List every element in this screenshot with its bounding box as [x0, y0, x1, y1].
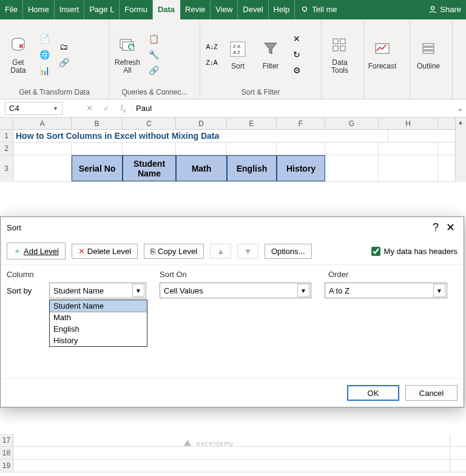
sort-on-combo[interactable]: Cell Values▼ [160, 283, 311, 298]
table-header[interactable]: English [227, 155, 277, 181]
advanced-btn[interactable]: ⚙ [289, 63, 305, 78]
cell[interactable]: How to Sort Columns in Excel without Mix… [13, 130, 388, 142]
from-web-btn[interactable]: 🌐 [36, 47, 52, 62]
data-tools-button[interactable]: Data Tools [325, 35, 354, 75]
formula-expand[interactable]: ⌄ [454, 104, 466, 113]
edit-links-btn[interactable]: 🔗 [146, 63, 161, 78]
col-header[interactable]: D [176, 118, 227, 129]
cell[interactable] [379, 155, 438, 182]
sort-button[interactable]: Z AA Z Sort [223, 38, 252, 70]
select-all-corner[interactable] [0, 118, 13, 129]
cell[interactable] [123, 142, 176, 155]
name-box[interactable]: C4▼ [5, 102, 62, 115]
fx-btn[interactable]: fx [115, 103, 132, 114]
vertical-scrollbar[interactable] [455, 118, 466, 182]
col-header[interactable]: B [72, 118, 123, 129]
tab-page-layout[interactable]: Page L [84, 0, 120, 19]
refresh-all-button[interactable]: Refresh All [113, 35, 142, 75]
row-header[interactable]: 1 [0, 130, 13, 142]
cell[interactable] [13, 142, 72, 155]
tab-help[interactable]: Help [269, 0, 295, 19]
tab-file[interactable]: File [0, 0, 23, 19]
cancel-formula-btn[interactable]: ✕ [81, 104, 98, 113]
col-header[interactable]: F [277, 118, 325, 129]
tell-me[interactable]: Tell me [295, 0, 342, 19]
formula-input[interactable]: Paul [132, 102, 454, 115]
col-header[interactable]: E [227, 118, 277, 129]
cell[interactable] [277, 142, 325, 155]
plus-icon: ＋ [13, 246, 21, 256]
tab-insert[interactable]: Insert [55, 0, 85, 19]
headers-checkbox[interactable] [371, 247, 380, 256]
recent-sources-btn[interactable]: 🗂 [56, 39, 72, 54]
clear-filter-btn[interactable]: ✕ [289, 32, 305, 46]
group-get-transform: Get & Transform Data [4, 87, 105, 98]
options-button[interactable]: Options... [265, 244, 312, 259]
cell[interactable] [72, 142, 123, 155]
share-button[interactable]: Share [423, 0, 466, 19]
tab-home[interactable]: Home [23, 0, 55, 19]
dropdown-option[interactable]: Math [50, 312, 147, 323]
cell[interactable] [176, 142, 227, 155]
cell[interactable] [13, 155, 72, 182]
svg-rect-8 [333, 39, 338, 44]
move-up-button[interactable]: ▲ [210, 244, 231, 259]
existing-conn-btn[interactable]: 🔗 [56, 55, 72, 70]
enter-formula-btn[interactable]: ✓ [98, 104, 115, 113]
svg-rect-11 [340, 46, 345, 51]
table-header[interactable]: History [277, 155, 325, 181]
row-header[interactable]: 2 [0, 142, 13, 155]
cell[interactable] [13, 447, 450, 459]
cell[interactable] [325, 142, 379, 155]
order-combo[interactable]: A to Z▼ [325, 283, 447, 298]
table-header[interactable]: Serial No [72, 155, 123, 181]
cancel-button[interactable]: Cancel [405, 385, 458, 401]
queries-btn[interactable]: 📋 [146, 32, 161, 46]
reapply-btn[interactable]: ↻ [289, 47, 305, 62]
headers-checkbox-wrap[interactable]: My data has headers [371, 247, 458, 256]
dropdown-option[interactable]: Student Name [50, 300, 147, 312]
from-table-btn[interactable]: 📊 [36, 63, 52, 78]
outline-button[interactable]: Outline [414, 38, 443, 70]
tab-review[interactable]: Revie [180, 0, 211, 19]
tab-data[interactable]: Data [153, 0, 180, 19]
properties-btn[interactable]: 🔧 [146, 47, 161, 62]
table-header[interactable]: Student Name [123, 155, 176, 181]
sort-asc-btn[interactable]: A↓Z [204, 39, 220, 54]
cell[interactable] [13, 460, 450, 472]
delete-level-button[interactable]: ✕ Delete Level [72, 244, 138, 259]
get-data-button[interactable]: Get Data [4, 35, 33, 75]
help-button[interactable]: ? [428, 221, 443, 234]
spreadsheet-grid: A B C D E F G H 1 How to Sort Columns in… [0, 118, 466, 182]
col-header[interactable]: A [13, 118, 72, 129]
tab-view[interactable]: View [211, 0, 238, 19]
row-header[interactable]: 19 [0, 460, 13, 472]
row-header[interactable]: 17 [0, 434, 13, 446]
col-header[interactable]: H [379, 118, 438, 129]
close-button[interactable]: ✕ [443, 221, 458, 234]
cell[interactable] [227, 142, 277, 155]
move-down-button[interactable]: ▼ [237, 244, 258, 259]
forecast-button[interactable]: Forecast [368, 38, 397, 70]
table-header[interactable]: Math [176, 155, 227, 181]
row-header[interactable]: 3 [0, 155, 13, 182]
sort-column-combo[interactable]: Student Name▼ [49, 283, 146, 298]
sort-desc-btn[interactable]: Z↓A [204, 55, 220, 70]
copy-level-button[interactable]: ⎘ Copy Level [144, 244, 204, 259]
col-header[interactable]: G [325, 118, 379, 129]
row-header[interactable]: 18 [0, 447, 13, 459]
cell[interactable] [379, 142, 438, 155]
dropdown-option[interactable]: History [50, 335, 147, 346]
dropdown-option[interactable]: English [50, 323, 147, 335]
tab-formulas[interactable]: Formu [120, 0, 153, 19]
add-level-button[interactable]: ＋ Add Level [7, 243, 66, 260]
sort-dialog: Sort ? ✕ ＋ Add Level ✕ Delete Level ⎘ Co… [0, 216, 464, 407]
formula-bar: C4▼ ✕ ✓ fx Paul ⌄ [0, 99, 466, 118]
tab-developer[interactable]: Devel [238, 0, 268, 19]
col-header[interactable]: C [123, 118, 176, 129]
from-text-btn[interactable]: 📄 [36, 32, 52, 46]
filter-button[interactable]: Filter [256, 38, 285, 70]
cell[interactable] [325, 155, 379, 182]
ribbon: Get Data 📄 🌐 📊 🗂 🔗 Get & Transform Data … [0, 19, 466, 99]
ok-button[interactable]: OK [347, 385, 399, 401]
